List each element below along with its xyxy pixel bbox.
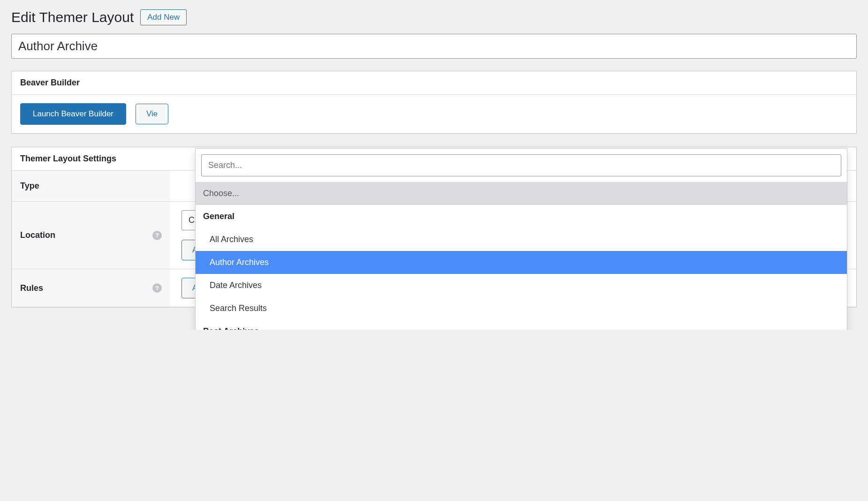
location-label: Location ? xyxy=(12,202,170,269)
dropdown-option-date-archives[interactable]: Date Archives xyxy=(196,274,847,297)
dropdown-search-input[interactable] xyxy=(201,154,841,176)
launch-beaver-builder-button[interactable]: Launch Beaver Builder xyxy=(20,103,126,125)
dropdown-option-author-archives[interactable]: Author Archives xyxy=(196,251,847,274)
dropdown-group-general: General xyxy=(196,205,847,228)
type-label: Type xyxy=(12,171,170,202)
dropdown-option-search-results[interactable]: Search Results xyxy=(196,297,847,320)
help-icon[interactable]: ? xyxy=(152,231,162,240)
help-icon[interactable]: ? xyxy=(152,283,162,293)
view-button[interactable]: Vie xyxy=(136,104,168,124)
location-label-text: Location xyxy=(20,230,55,240)
page-title: Edit Themer Layout xyxy=(11,9,134,25)
location-dropdown-panel: Choose... General All Archives Author Ar… xyxy=(195,148,847,330)
dropdown-option-all-archives[interactable]: All Archives xyxy=(196,228,847,251)
rules-label: Rules ? xyxy=(12,269,170,307)
post-title-input[interactable] xyxy=(11,34,857,59)
add-new-button[interactable]: Add New xyxy=(140,9,187,25)
beaver-builder-panel: Beaver Builder Launch Beaver Builder Vie xyxy=(11,71,857,134)
rules-label-text: Rules xyxy=(20,283,43,293)
type-label-text: Type xyxy=(20,181,39,190)
dropdown-option-choose[interactable]: Choose... xyxy=(196,182,847,205)
panel-heading-beaver: Beaver Builder xyxy=(12,71,856,95)
dropdown-group-post-archives: Post Archives xyxy=(196,320,847,330)
